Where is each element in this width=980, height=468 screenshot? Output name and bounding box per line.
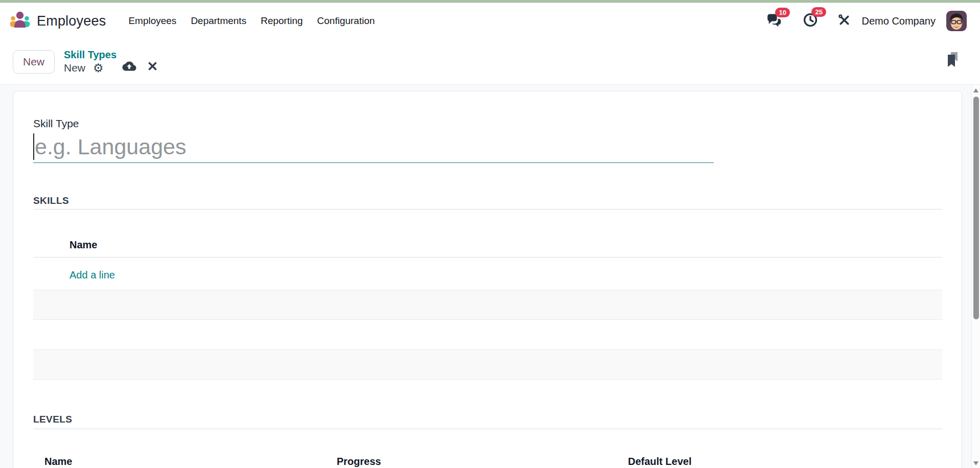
breadcrumb: Skill Types New ⚙ bbox=[64, 49, 157, 76]
navbar-systray: 10 25 Demo Company bbox=[746, 11, 967, 31]
save-record-button[interactable] bbox=[122, 61, 136, 76]
new-button[interactable]: New bbox=[13, 50, 55, 74]
levels-column-header-default-level[interactable]: Default Level bbox=[628, 456, 942, 467]
form-sheet: Skill Type SKILLS Name Add a line LEVELS… bbox=[13, 91, 962, 468]
form-view-area: Skill Type SKILLS Name Add a line LEVELS… bbox=[0, 85, 980, 468]
levels-column-headers: Name Progress Default Level bbox=[33, 456, 942, 467]
breadcrumb-current: New bbox=[64, 61, 85, 75]
cloud-upload-icon bbox=[122, 61, 136, 76]
add-a-line-link[interactable]: Add a line bbox=[69, 269, 115, 280]
menu-configuration[interactable]: Configuration bbox=[310, 10, 382, 32]
employees-app-icon bbox=[10, 11, 30, 31]
empty-table-row bbox=[33, 320, 942, 349]
company-switcher[interactable]: Demo Company bbox=[861, 15, 936, 27]
gear-icon[interactable]: ⚙ bbox=[93, 62, 104, 74]
empty-table-row bbox=[33, 349, 942, 380]
menu-employees[interactable]: Employees bbox=[121, 10, 183, 32]
skill-type-input-wrap bbox=[33, 131, 714, 163]
menu-departments[interactable]: Departments bbox=[183, 10, 253, 32]
apps-home-button[interactable]: Employees bbox=[10, 11, 106, 31]
skill-type-label: Skill Type bbox=[33, 118, 942, 129]
app-name: Employees bbox=[37, 13, 106, 29]
close-x-icon bbox=[148, 61, 157, 75]
user-avatar[interactable] bbox=[946, 11, 967, 31]
app-menu: Employees Departments Reporting Configur… bbox=[121, 10, 382, 32]
breadcrumb-skill-types-link[interactable]: Skill Types bbox=[64, 49, 157, 61]
skills-section-title: SKILLS bbox=[33, 196, 942, 209]
main-navbar: Employees Employees Departments Reportin… bbox=[0, 3, 980, 39]
vertical-scrollbar bbox=[971, 85, 980, 468]
levels-column-header-progress[interactable]: Progress bbox=[337, 456, 628, 467]
bookmark-icon bbox=[946, 63, 960, 72]
favorite-bookmark-button[interactable] bbox=[946, 52, 960, 72]
levels-column-header-name[interactable]: Name bbox=[33, 456, 337, 467]
discard-record-button[interactable] bbox=[148, 61, 157, 75]
menu-reporting[interactable]: Reporting bbox=[253, 10, 310, 32]
messages-count-badge: 10 bbox=[775, 8, 789, 17]
skills-column-header-name[interactable]: Name bbox=[33, 240, 942, 258]
skill-type-input[interactable] bbox=[33, 131, 714, 162]
scrollbar-thumb[interactable] bbox=[973, 97, 979, 319]
skills-add-line-row: Add a line bbox=[33, 258, 942, 290]
wrench-screwdriver-icon bbox=[837, 13, 851, 29]
control-panel: New Skill Types New ⚙ bbox=[0, 39, 980, 85]
tools-debug-button[interactable] bbox=[837, 13, 851, 29]
messages-button[interactable]: 10 bbox=[766, 13, 782, 29]
text-cursor bbox=[33, 133, 34, 160]
levels-section-title: LEVELS bbox=[33, 414, 942, 429]
scrollbar-down-arrow[interactable] bbox=[973, 461, 978, 465]
empty-table-row bbox=[33, 290, 942, 320]
activities-button[interactable]: 25 bbox=[803, 12, 818, 30]
scrollbar-up-arrow[interactable] bbox=[973, 88, 978, 92]
activities-count-badge: 25 bbox=[811, 7, 826, 17]
